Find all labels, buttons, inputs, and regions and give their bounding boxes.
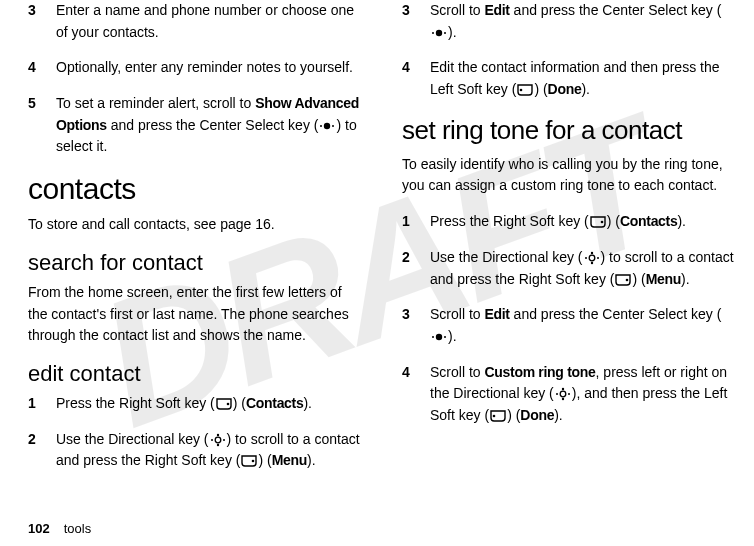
svg-point-1 <box>320 125 322 127</box>
subheading-edit: edit contact <box>28 361 362 387</box>
section-heading-contacts: contacts <box>28 172 362 206</box>
svg-point-25 <box>562 388 564 390</box>
softkey-label: Menu <box>646 271 681 287</box>
svg-point-8 <box>223 439 225 441</box>
step-number: 2 <box>28 429 42 472</box>
svg-point-9 <box>252 460 255 463</box>
right-soft-key-icon <box>215 396 233 410</box>
svg-point-23 <box>444 336 446 338</box>
directional-key-icon <box>554 386 572 400</box>
svg-point-0 <box>324 123 330 129</box>
step-number: 2 <box>402 247 416 290</box>
right-soft-key-icon <box>589 214 607 228</box>
svg-point-4 <box>215 437 221 443</box>
bold-label: Edit <box>484 306 509 322</box>
right-column: 3 Scroll to Edit and press the Center Se… <box>402 0 736 486</box>
list-item: 5 To set a reminder alert, scroll to Sho… <box>28 93 362 158</box>
svg-point-20 <box>626 278 629 281</box>
search-description: From the home screen, enter the first fe… <box>28 282 362 347</box>
step-number: 1 <box>402 211 416 233</box>
svg-point-13 <box>520 89 523 92</box>
directional-key-icon <box>583 250 601 264</box>
list-item: 3 Scroll to Edit and press the Center Se… <box>402 0 736 43</box>
list-item: 3 Enter a name and phone number or choos… <box>28 0 362 43</box>
step-number: 3 <box>402 0 416 43</box>
step-text: Press the Right Soft key () (Contacts). <box>56 393 312 415</box>
step-number: 3 <box>28 0 42 43</box>
svg-point-18 <box>585 257 587 259</box>
step-text: Edit the contact information and then pr… <box>430 57 736 100</box>
step-text: Press the Right Soft key () (Contacts). <box>430 211 686 233</box>
softkey-label: Contacts <box>620 213 678 229</box>
svg-point-5 <box>216 433 218 435</box>
left-soft-key-icon <box>489 408 507 422</box>
svg-point-28 <box>568 393 570 395</box>
page-number: 102 <box>28 521 50 536</box>
svg-point-17 <box>590 262 592 264</box>
step-number: 1 <box>28 393 42 415</box>
center-select-key-icon <box>318 118 336 132</box>
softkey-label: Contacts <box>246 395 304 411</box>
left-column: 3 Enter a name and phone number or choos… <box>28 0 362 486</box>
step-text: Use the Directional key () to scroll to … <box>56 429 362 472</box>
center-select-key-icon <box>430 25 448 39</box>
svg-point-15 <box>589 255 595 261</box>
list-item: 1 Press the Right Soft key () (Contacts)… <box>28 393 362 415</box>
list-item: 3 Scroll to Edit and press the Center Se… <box>402 304 736 347</box>
svg-point-22 <box>432 336 434 338</box>
step-number: 4 <box>402 362 416 427</box>
step-number: 3 <box>402 304 416 347</box>
directional-key-icon <box>209 432 227 446</box>
softkey-label: Done <box>520 407 554 423</box>
bold-label: Edit <box>484 2 509 18</box>
step-text: To set a reminder alert, scroll to Show … <box>56 93 362 158</box>
list-item: 4 Edit the contact information and then … <box>402 57 736 100</box>
section-name: tools <box>64 521 91 536</box>
svg-point-7 <box>211 439 213 441</box>
right-soft-key-icon <box>614 272 632 286</box>
right-soft-key-icon <box>240 453 258 467</box>
svg-point-12 <box>444 32 446 34</box>
step-number: 4 <box>28 57 42 79</box>
step-text: Scroll to Edit and press the Center Sele… <box>430 0 736 43</box>
svg-point-14 <box>600 221 603 224</box>
step-text: Scroll to Custom ring tone, press left o… <box>430 362 736 427</box>
ringtone-intro: To easily identify who is calling you by… <box>402 154 736 197</box>
intro-text: To store and call contacts, see page 16. <box>28 214 362 236</box>
list-item: 2 Use the Directional key () to scroll t… <box>402 247 736 290</box>
center-select-key-icon <box>430 329 448 343</box>
subheading-search: search for contact <box>28 250 362 276</box>
softkey-label: Menu <box>272 452 307 468</box>
svg-point-2 <box>332 125 334 127</box>
bold-label: Custom ring tone <box>484 364 595 380</box>
svg-point-26 <box>562 398 564 400</box>
softkey-label: Done <box>548 81 582 97</box>
left-soft-key-icon <box>516 82 534 96</box>
step-text: Use the Directional key () to scroll to … <box>430 247 736 290</box>
list-item: 4 Optionally, enter any reminder notes t… <box>28 57 362 79</box>
step-text: Scroll to Edit and press the Center Sele… <box>430 304 736 347</box>
step-number: 5 <box>28 93 42 158</box>
svg-point-16 <box>590 252 592 254</box>
step-number: 4 <box>402 57 416 100</box>
section-heading-ringtone: set ring tone for a contact <box>402 115 736 146</box>
svg-point-3 <box>226 403 229 406</box>
svg-point-21 <box>436 334 442 340</box>
list-item: 1 Press the Right Soft key () (Contacts)… <box>402 211 736 233</box>
svg-point-10 <box>436 29 442 35</box>
svg-point-24 <box>560 391 566 397</box>
svg-point-27 <box>556 393 558 395</box>
svg-point-6 <box>216 443 218 445</box>
step-text: Optionally, enter any reminder notes to … <box>56 57 353 79</box>
step-text: Enter a name and phone number or choose … <box>56 0 362 43</box>
page-footer: 102tools <box>28 521 91 536</box>
svg-point-11 <box>432 32 434 34</box>
svg-point-19 <box>597 257 599 259</box>
list-item: 4 Scroll to Custom ring tone, press left… <box>402 362 736 427</box>
page-content: 3 Enter a name and phone number or choos… <box>0 0 754 486</box>
svg-point-29 <box>493 415 496 418</box>
list-item: 2 Use the Directional key () to scroll t… <box>28 429 362 472</box>
